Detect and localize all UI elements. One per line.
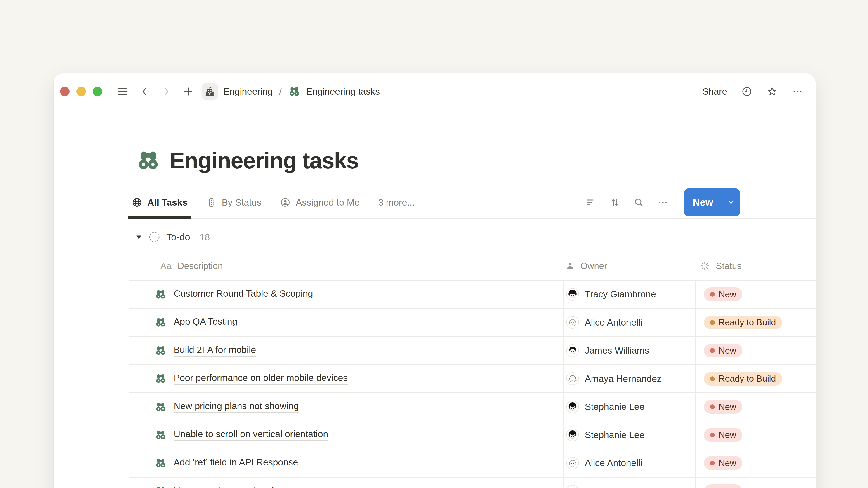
- filter-icon[interactable]: [585, 197, 596, 208]
- favorite-star-icon[interactable]: [767, 86, 778, 97]
- owner-cell[interactable]: Alice Antonelli: [563, 309, 695, 336]
- breadcrumb-page[interactable]: Engineering tasks: [306, 86, 380, 97]
- tab-all-tasks[interactable]: All Tasks: [128, 186, 191, 219]
- avatar: [566, 344, 579, 357]
- task-binoculars-icon: [155, 485, 167, 488]
- owner-cell[interactable]: Stephanie Lee: [563, 421, 695, 449]
- history-clock-icon[interactable]: [741, 86, 752, 97]
- status-label: Ready to Build: [719, 318, 776, 327]
- collapse-triangle-icon[interactable]: [135, 233, 143, 241]
- status-badge[interactable]: New: [704, 456, 742, 470]
- owner-cell[interactable]: Alice Antonelli: [563, 449, 695, 477]
- table-row[interactable]: App QA Testing Alice Antonelli Ready to …: [129, 309, 815, 337]
- owner-cell[interactable]: Alice Antonelli: [563, 478, 695, 488]
- table-body: Customer Round Table & Scoping Tracy Gia…: [129, 281, 815, 488]
- todo-status-circle-icon: [148, 231, 161, 244]
- description-cell[interactable]: Unable to scroll on vertical orientation: [129, 421, 563, 449]
- tab-label: Assigned to Me: [296, 197, 360, 208]
- description-cell[interactable]: Add ‘ref’ field in API Response: [129, 449, 563, 477]
- sort-icon[interactable]: [609, 197, 620, 208]
- new-button[interactable]: New: [684, 188, 740, 217]
- owner-name: Tracy Giambrone: [585, 289, 656, 300]
- search-icon[interactable]: [633, 197, 645, 208]
- status-label: Ready to Build: [719, 374, 776, 384]
- status-cell[interactable]: New: [695, 337, 815, 364]
- description-cell[interactable]: Customer Round Table & Scoping: [129, 281, 563, 308]
- description-cell[interactable]: New pricing plans not showing: [129, 393, 563, 421]
- status-badge[interactable]: New: [704, 484, 742, 488]
- avatar: [566, 400, 579, 413]
- description-cell[interactable]: Build 2FA for mobile: [129, 337, 563, 364]
- new-button-chevron-down-icon[interactable]: [722, 188, 740, 217]
- status-cell[interactable]: Ready to Build: [695, 309, 815, 336]
- status-badge[interactable]: New: [704, 428, 742, 442]
- page-binoculars-icon[interactable]: [135, 148, 161, 173]
- task-title[interactable]: Unable to scroll on vertical orientation: [174, 429, 328, 441]
- task-title[interactable]: New pricing plans not showing: [174, 401, 299, 413]
- column-header-owner[interactable]: Owner: [563, 252, 695, 280]
- owner-cell[interactable]: Amaya Hernandez: [563, 365, 695, 393]
- status-badge[interactable]: Ready to Build: [704, 372, 782, 386]
- minimize-window-button[interactable]: [76, 87, 86, 96]
- tab-by-status[interactable]: By Status: [202, 186, 265, 219]
- table-row[interactable]: Customer Round Table & Scoping Tracy Gia…: [129, 281, 815, 309]
- table-row[interactable]: Build 2FA for mobile James Williams New: [129, 337, 815, 365]
- status-cell[interactable]: New: [695, 478, 815, 488]
- status-badge[interactable]: Ready to Build: [704, 316, 782, 329]
- status-dot-icon: [710, 320, 715, 325]
- breadcrumb-separator: /: [279, 86, 282, 97]
- teamspace-building-icon[interactable]: [202, 84, 218, 100]
- status-cell[interactable]: New: [695, 281, 815, 308]
- description-cell[interactable]: Unresponsive user interface: [129, 478, 563, 488]
- description-cell[interactable]: App QA Testing: [129, 309, 563, 336]
- owner-cell[interactable]: Stephanie Lee: [563, 393, 695, 421]
- new-page-icon[interactable]: [183, 86, 194, 97]
- table-row[interactable]: Unable to scroll on vertical orientation…: [129, 421, 815, 450]
- task-binoculars-icon: [155, 429, 167, 441]
- task-title[interactable]: Unresponsive user interface: [174, 485, 289, 488]
- column-header-description[interactable]: Aa Description: [129, 252, 563, 280]
- breadcrumb-workspace[interactable]: Engineering: [223, 86, 273, 97]
- share-button[interactable]: Share: [703, 86, 727, 97]
- back-icon[interactable]: [139, 86, 150, 97]
- task-title[interactable]: Poor performance on older mobile devices: [174, 372, 348, 385]
- task-title[interactable]: App QA Testing: [174, 316, 237, 328]
- tab-more-views[interactable]: 3 more...: [375, 186, 418, 219]
- table-row[interactable]: Unresponsive user interface Alice Antone…: [129, 478, 815, 488]
- task-title[interactable]: Add ‘ref’ field in API Response: [174, 457, 298, 469]
- column-label: Owner: [581, 261, 607, 271]
- sidebar-menu-icon[interactable]: [117, 86, 128, 97]
- status-badge[interactable]: New: [704, 400, 742, 414]
- group-header-todo[interactable]: To-do 18: [129, 223, 815, 252]
- status-cell[interactable]: New: [695, 393, 815, 421]
- new-button-label[interactable]: New: [684, 188, 722, 217]
- close-window-button[interactable]: [60, 87, 70, 96]
- avatar: [566, 288, 579, 301]
- view-more-icon[interactable]: [657, 197, 669, 208]
- owner-cell[interactable]: Tracy Giambrone: [563, 281, 695, 308]
- task-title[interactable]: Build 2FA for mobile: [174, 345, 256, 357]
- more-options-icon[interactable]: [792, 86, 803, 97]
- status-label: New: [719, 430, 736, 440]
- tab-label: 3 more...: [378, 197, 415, 208]
- owner-cell[interactable]: James Williams: [563, 337, 695, 364]
- status-cell[interactable]: New: [695, 449, 815, 477]
- forward-icon[interactable]: [161, 86, 172, 97]
- tab-assigned-to-me[interactable]: Assigned to Me: [276, 186, 363, 219]
- column-header-status[interactable]: Status: [695, 252, 815, 280]
- group-count: 18: [199, 232, 210, 242]
- table-row[interactable]: Add ‘ref’ field in API Response Alice An…: [129, 449, 815, 478]
- status-label: New: [719, 486, 736, 488]
- zoom-window-button[interactable]: [93, 87, 102, 96]
- description-cell[interactable]: Poor performance on older mobile devices: [129, 365, 563, 393]
- task-title[interactable]: Customer Round Table & Scoping: [174, 288, 313, 300]
- status-label: New: [719, 346, 736, 356]
- status-badge[interactable]: New: [704, 344, 742, 357]
- owner-name: Alice Antonelli: [585, 317, 643, 328]
- owner-name: James Williams: [585, 345, 649, 356]
- status-badge[interactable]: New: [704, 287, 742, 301]
- table-row[interactable]: Poor performance on older mobile devices…: [129, 365, 815, 393]
- status-cell[interactable]: Ready to Build: [695, 365, 815, 393]
- table-row[interactable]: New pricing plans not showing Stephanie …: [129, 393, 815, 421]
- status-cell[interactable]: New: [695, 421, 815, 449]
